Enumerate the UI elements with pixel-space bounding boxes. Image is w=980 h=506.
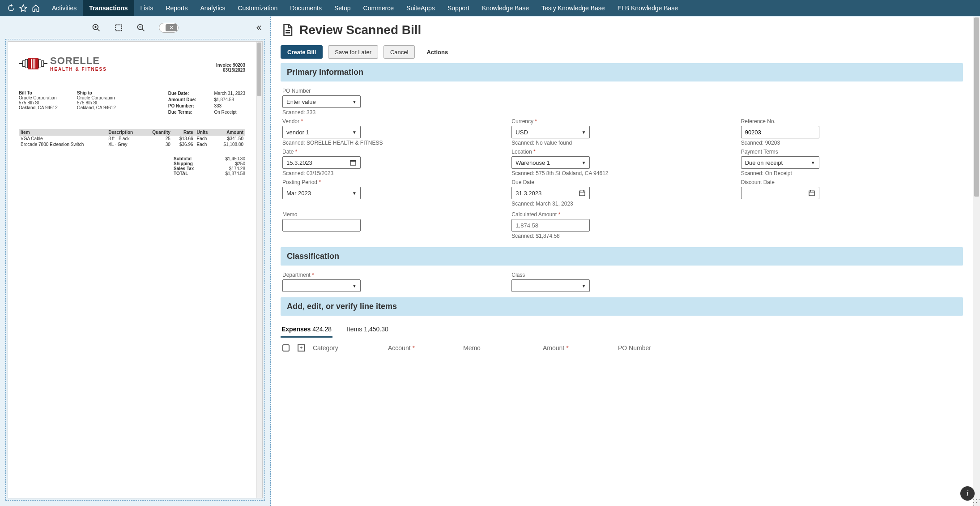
line-item-tabs: Expenses 424.28 Items 1,450.30 — [281, 322, 963, 338]
section-line-items: Add, edit, or verify line items — [281, 297, 963, 316]
nav-documents[interactable]: Documents — [284, 0, 328, 16]
select-all-checkbox[interactable] — [282, 344, 290, 352]
star-icon[interactable] — [17, 2, 30, 14]
terms-select[interactable]: Due on receipt ▼ — [741, 156, 819, 169]
date-scanned: Scanned: 03/15/2023 — [282, 170, 417, 176]
po-number-select[interactable]: Enter value ▼ — [282, 95, 361, 108]
brand-tagline: HEALTH & FITNESS — [50, 67, 107, 72]
chevron-down-icon: ▼ — [581, 283, 586, 288]
home-icon[interactable] — [30, 2, 42, 14]
fit-icon[interactable] — [114, 23, 123, 32]
chevron-down-icon: ▼ — [352, 283, 357, 288]
vendor-label: Vendor * — [282, 118, 417, 124]
currency-select[interactable]: USD ▼ — [511, 126, 590, 138]
tab-items[interactable]: Items 1,450.30 — [346, 322, 389, 338]
form-scrollbar[interactable] — [973, 17, 980, 506]
preview-scrollbar[interactable] — [256, 41, 263, 498]
calendar-icon — [808, 189, 815, 197]
nav-testy-kb[interactable]: Testy Knowledge Base — [535, 0, 611, 16]
form-pane: Review Scanned Bill Create Bill Save for… — [271, 17, 980, 506]
date-input[interactable]: 15.3.2023 — [282, 156, 361, 169]
invoice-line-items: Item Description Quantity Rate Units Amo… — [19, 129, 245, 147]
nav-lists[interactable]: Lists — [134, 0, 160, 16]
line-items-header: + Category Account * Memo Amount * PO Nu… — [281, 338, 963, 358]
vendor-value: vendor 1 — [286, 129, 309, 136]
refno-label: Reference No. — [741, 118, 875, 124]
collapse-preview-icon[interactable] — [253, 22, 264, 33]
discount-input[interactable] — [741, 187, 819, 199]
nav-reports[interactable]: Reports — [159, 0, 194, 16]
nav-customization[interactable]: Customization — [231, 0, 284, 16]
dept-select[interactable]: ▼ — [282, 279, 361, 292]
memo-label: Memo — [282, 211, 417, 218]
date-label: Date * — [282, 149, 417, 155]
col-memo: Memo — [463, 344, 535, 352]
document-wrapper: SORELLE HEALTH & FITNESS Invoice 90203 0… — [5, 39, 265, 501]
col-amount: Amount * — [543, 344, 610, 352]
zoom-out-icon[interactable] — [136, 23, 145, 32]
nav-support[interactable]: Support — [441, 0, 476, 16]
location-value: Warehouse 1 — [516, 159, 550, 166]
due-input[interactable]: 31.3.2023 — [511, 187, 590, 199]
page-title: Review Scanned Bill — [299, 23, 421, 37]
class-label: Class — [511, 272, 646, 278]
currency-label: Currency * — [511, 118, 646, 124]
refno-input[interactable] — [741, 126, 819, 138]
create-bill-button[interactable]: Create Bill — [281, 45, 323, 59]
location-scanned: Scanned: 575 8th St Oakland, CA 94612 — [511, 170, 646, 176]
scanned-document[interactable]: SORELLE HEALTH & FITNESS Invoice 90203 0… — [8, 41, 256, 498]
currency-scanned: Scanned: No value found — [511, 140, 646, 146]
chevron-down-icon: ▼ — [581, 130, 586, 135]
calc-input[interactable] — [511, 219, 590, 232]
chevron-down-icon: ▼ — [352, 99, 357, 104]
nav-kb[interactable]: Knowledge Base — [476, 0, 535, 16]
col-account: Account * — [388, 344, 455, 352]
chevron-down-icon: ▼ — [352, 191, 357, 196]
discount-label: Discount Date — [741, 179, 875, 185]
top-nav: Activities Transactions Lists Reports An… — [0, 0, 980, 16]
document-preview-pane: ✕ SOREL — [0, 17, 271, 506]
class-select[interactable]: ▼ — [511, 279, 590, 292]
history-icon[interactable] — [4, 2, 17, 14]
nav-setup[interactable]: Setup — [328, 0, 357, 16]
expand-all-icon[interactable]: + — [298, 344, 305, 352]
nav-elb-kb[interactable]: ELB Knowledge Base — [611, 0, 684, 16]
terms-scanned: Scanned: On Receipt — [741, 170, 875, 176]
memo-input[interactable] — [282, 219, 361, 232]
preview-toggle[interactable]: ✕ — [159, 23, 179, 33]
location-select[interactable]: Warehouse 1 ▼ — [511, 156, 590, 169]
tab-expenses[interactable]: Expenses 424.28 — [281, 322, 332, 338]
zoom-in-icon[interactable] — [92, 23, 101, 32]
nav-items: Activities Transactions Lists Reports An… — [46, 0, 684, 16]
posting-select[interactable]: Mar 2023 ▼ — [282, 187, 361, 199]
po-number-scanned: Scanned: 333 — [282, 109, 417, 116]
svg-rect-14 — [579, 191, 585, 196]
nav-analytics[interactable]: Analytics — [194, 0, 231, 16]
vendor-scanned: Scanned: SORELLE HEALTH & FITNESS — [282, 140, 417, 146]
chevron-down-icon: ▼ — [581, 160, 586, 165]
po-number-label: PO Number — [282, 88, 417, 94]
table-row: VGA Cable 8 ft - Black 25 $13.66 Each $3… — [19, 136, 245, 142]
posting-value: Mar 2023 — [286, 190, 311, 197]
resize-grip[interactable] — [972, 498, 980, 506]
nav-activities[interactable]: Activities — [46, 0, 83, 16]
invoice-totals: Subtotal$1,450.30 Shipping$250 Sales Tax… — [19, 156, 245, 176]
preview-toolbar: ✕ — [0, 17, 270, 39]
nav-transactions[interactable]: Transactions — [83, 0, 134, 16]
col-po-number: PO Number — [618, 344, 685, 352]
svg-rect-18 — [809, 191, 814, 196]
refno-scanned: Scanned: 90203 — [741, 140, 875, 146]
brand-name: SORELLE — [50, 55, 107, 67]
vendor-select[interactable]: vendor 1 ▼ — [282, 126, 361, 138]
due-scanned: Scanned: March 31, 2023 — [511, 201, 646, 207]
cancel-button[interactable]: Cancel — [383, 45, 415, 59]
nav-commerce[interactable]: Commerce — [357, 0, 400, 16]
dept-label: Department * — [282, 272, 417, 278]
nav-suiteapps[interactable]: SuiteApps — [400, 0, 441, 16]
calendar-icon — [349, 159, 357, 166]
due-label: Due Date — [511, 179, 646, 185]
page-icon — [281, 23, 294, 37]
actions-menu[interactable]: Actions — [420, 45, 454, 59]
section-classification: Classification — [281, 247, 963, 266]
save-for-later-button[interactable]: Save for Later — [328, 45, 378, 59]
